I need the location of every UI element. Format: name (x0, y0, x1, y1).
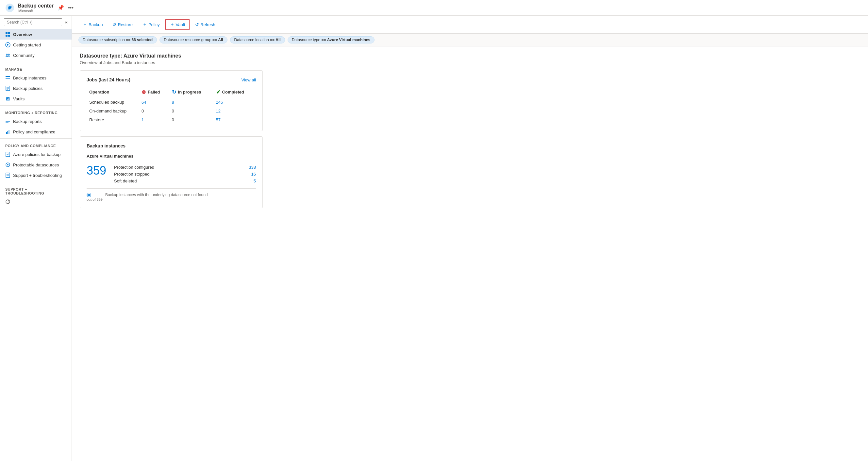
protection-stopped-value[interactable]: 16 (251, 172, 256, 177)
completed-cell[interactable]: 246 (213, 98, 256, 106)
backup-plus-icon: ＋ (83, 22, 87, 27)
svg-point-6 (6, 54, 8, 56)
toolbar: ＋ Backup ↺ Restore ＋ Policy ＋ Vault ↺ Re… (72, 16, 868, 34)
in-progress-cell: 0 (169, 106, 213, 115)
col-failed-label: Failed (148, 90, 160, 94)
orphan-section: 86 out of 359 Backup instances with the … (87, 188, 256, 202)
orphan-out-of: out of 359 (87, 197, 103, 202)
more-icon[interactable]: ••• (68, 5, 73, 11)
orphan-count-block: 86 out of 359 (87, 192, 103, 202)
svg-rect-17 (5, 120, 10, 120)
sidebar-label-azure-policies: Protectable datasources (13, 162, 59, 167)
svg-rect-21 (7, 131, 8, 134)
svg-point-16 (7, 98, 8, 99)
col-completed-label: Completed (222, 90, 244, 94)
search-input[interactable] (4, 18, 62, 26)
sidebar-item-overview[interactable]: Overview (0, 29, 71, 39)
pin-icon[interactable]: 📌 (58, 5, 64, 11)
protection-configured-value[interactable]: 338 (249, 165, 256, 170)
svg-rect-4 (8, 35, 10, 37)
orphan-count[interactable]: 86 (87, 192, 103, 197)
collapse-button[interactable]: « (65, 19, 68, 25)
failed-cell: 0 (139, 106, 169, 115)
restore-button[interactable]: ↺ Restore (108, 20, 137, 29)
filter-location[interactable]: Datasource location == All (230, 36, 285, 43)
svg-rect-19 (5, 122, 8, 123)
instances-subtitle: Azure Virtual machines (87, 154, 256, 159)
filters-bar: Datasource subscription == 66 selected D… (72, 34, 868, 47)
svg-rect-8 (5, 76, 10, 77)
backup-button[interactable]: ＋ Backup (79, 19, 107, 30)
filter-resource-group-text: Datasource resource group == (164, 38, 218, 42)
filter-subscription[interactable]: Datasource subscription == 66 selected (79, 36, 157, 43)
failed-cell[interactable]: 64 (139, 98, 169, 106)
protection-configured-label: Protection configured (114, 165, 154, 170)
svg-rect-3 (5, 35, 7, 37)
app-title-block: Backup center Microsoft (18, 3, 54, 13)
orphan-description: Backup instances with the underlying dat… (105, 192, 208, 202)
policy-section-label: Policy and compliance (0, 140, 71, 149)
support-request-icon: ? (5, 199, 10, 204)
filter-type[interactable]: Datasource type == Azure Virtual machine… (287, 36, 375, 43)
col-completed: ✔ Completed (213, 88, 256, 98)
azure-policies-icon (5, 162, 10, 167)
protection-stopped-row: Protection stopped 16 (114, 171, 256, 178)
col-in-progress: ↻ In progress (169, 88, 213, 98)
svg-rect-2 (8, 32, 10, 34)
filter-resource-group[interactable]: Datasource resource group == All (159, 36, 227, 43)
policy-button-label: Policy (148, 22, 160, 27)
app-title: Backup center (18, 3, 54, 9)
sidebar-item-community[interactable]: Community (0, 50, 71, 60)
sidebar-item-backup-policies[interactable]: Backup policies (0, 83, 71, 93)
in-progress-cell[interactable]: 8 (169, 98, 213, 106)
top-bar: Backup center Microsoft 📌 ••• (0, 0, 868, 16)
manage-section-label: Manage (0, 63, 71, 72)
soft-deleted-value[interactable]: 5 (254, 179, 256, 183)
sidebar-label-backup-compliance: Azure policies for backup (13, 152, 60, 157)
backup-reports-icon (5, 129, 10, 134)
table-row: On-demand backup0012 (87, 106, 256, 115)
failed-status-icon: ⊗ (142, 89, 146, 95)
sidebar-item-getting-started[interactable]: Getting started (0, 39, 71, 50)
sidebar-item-azure-policies[interactable]: Protectable datasources (0, 159, 71, 170)
filter-location-value: All (276, 38, 280, 42)
svg-rect-20 (6, 132, 7, 134)
sidebar-item-backup-instances[interactable]: Backup instances (0, 72, 71, 83)
backup-jobs-icon (5, 119, 10, 124)
sidebar-item-backup-jobs[interactable]: Backup reports (0, 116, 71, 126)
policy-button[interactable]: ＋ Policy (138, 19, 164, 30)
manage-divider (0, 62, 71, 62)
table-row: Scheduled backup648246 (87, 98, 256, 106)
main-layout: « Overview Getting started Community Man… (0, 16, 868, 461)
filter-subscription-text: Datasource subscription == (83, 38, 131, 42)
restore-button-label: Restore (118, 22, 133, 27)
filter-type-text: Datasource type == (292, 38, 327, 42)
sidebar-label-backup-instances: Backup instances (13, 75, 46, 81)
vault-button-label: Vault (176, 22, 185, 27)
completed-cell[interactable]: 57 (213, 115, 256, 124)
operation-cell: Restore (87, 115, 139, 124)
sidebar-item-backup-reports[interactable]: Policy and compliance (0, 126, 71, 137)
sidebar-label-protectable-datasources: Support + troubleshooting (13, 173, 62, 178)
policy-plus-icon: ＋ (143, 22, 147, 27)
vault-button[interactable]: ＋ Vault (165, 19, 190, 30)
overview-icon (5, 32, 10, 37)
col-operation: Operation (87, 88, 139, 98)
refresh-button[interactable]: ↺ Refresh (191, 20, 220, 29)
policy-divider (0, 138, 71, 139)
sidebar-item-backup-compliance[interactable]: Azure policies for backup (0, 149, 71, 159)
completed-cell[interactable]: 12 (213, 106, 256, 115)
sidebar-item-protectable-datasources[interactable]: Support + troubleshooting (0, 170, 71, 181)
instances-body: 359 Protection configured 338 Protection… (87, 164, 256, 184)
sidebar-item-vaults[interactable]: Vaults (0, 93, 71, 104)
sidebar-label-vaults: Vaults (13, 96, 25, 101)
jobs-table: Operation ⊗ Failed ↻ In progress (87, 88, 256, 124)
sidebar-item-new-support-request[interactable]: ? (0, 196, 71, 207)
sidebar-label-community: Community (13, 53, 35, 58)
content-area: Datasource type: Azure Virtual machines … (72, 47, 868, 220)
svg-rect-9 (5, 78, 10, 79)
view-all-jobs-link[interactable]: View all (241, 78, 256, 82)
refresh-button-label: Refresh (200, 22, 215, 27)
operation-cell: Scheduled backup (87, 98, 139, 106)
failed-cell[interactable]: 1 (139, 115, 169, 124)
